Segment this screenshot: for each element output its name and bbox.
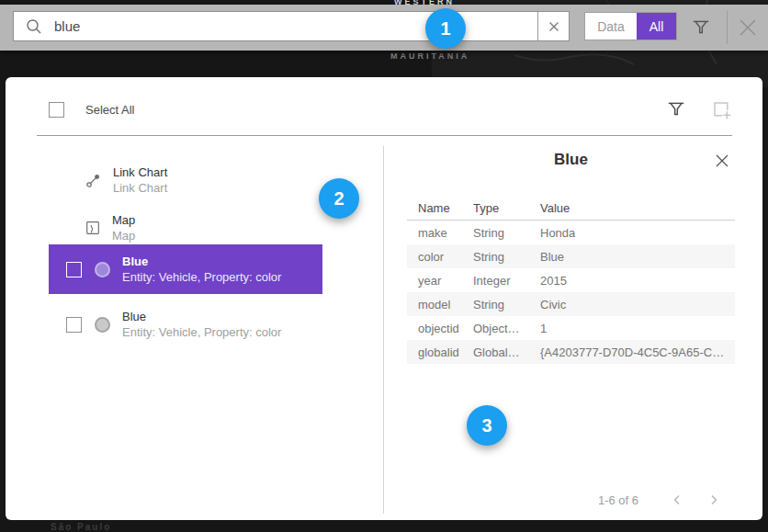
list-item-link-chart[interactable]: Link Chart Link Chart (49, 158, 322, 202)
close-icon (736, 16, 760, 40)
pagination-prev-button[interactable] (668, 491, 686, 509)
close-icon (714, 153, 730, 169)
list-item-blue[interactable]: Blue Entity: Vehicle, Property: color (49, 301, 322, 347)
cell-name: color (407, 250, 473, 264)
table-row: model String Civic (407, 292, 735, 316)
chevron-right-icon (707, 493, 720, 506)
table-row: objectid Object… 1 (407, 316, 735, 340)
add-to-selection-icon[interactable] (711, 99, 732, 120)
cell-value: {A4203777-D70D-4C5C-9A65-C… (540, 345, 735, 359)
map-label-mauritania: MAURITANIA (390, 51, 469, 61)
list-item-blue-selected[interactable]: Blue Entity: Vehicle, Property: color (49, 244, 322, 294)
attributes-table: Name Type Value make String Honda color … (407, 197, 735, 364)
cell-name: objectid (407, 322, 473, 335)
list-item-title: Map (112, 213, 135, 228)
select-all-checkbox[interactable] (49, 102, 64, 118)
results-filter-icon[interactable] (666, 99, 686, 119)
cell-type: String (473, 250, 540, 264)
search-bar: blue Data All (0, 5, 768, 51)
results-dialog: Select All Link Chart Link Chart Map (6, 77, 762, 520)
cell-name: make (407, 226, 473, 240)
list-item-title: Blue (122, 310, 281, 324)
app-screen: WESTERN MAURITANIA São Paulo blue Data A… (0, 0, 768, 532)
header-divider (37, 135, 732, 136)
cell-value: Civic (540, 298, 735, 311)
annotation-badge-2: 2 (319, 178, 359, 219)
annotation-badge-3: 3 (467, 405, 507, 446)
entity-dot-icon (95, 317, 110, 333)
cell-name: model (407, 298, 473, 311)
cell-name: year (407, 274, 473, 288)
table-header-row: Name Type Value (407, 197, 735, 221)
panel-divider (383, 146, 384, 514)
annotation-badge-1: 1 (425, 8, 466, 49)
cell-name: globalid (407, 345, 473, 359)
list-item-subtitle: Link Chart (113, 180, 167, 196)
cell-value: 1 (540, 322, 735, 335)
pagination-next-button[interactable] (705, 491, 723, 509)
list-item-subtitle: Map (112, 228, 135, 243)
clear-x-icon (548, 20, 560, 33)
map-label-bottom: São Paulo (51, 522, 111, 532)
scope-data-button[interactable]: Data (585, 13, 637, 40)
col-header-name: Name (407, 201, 473, 215)
topbar-divider (727, 11, 728, 44)
detail-close-button[interactable] (713, 152, 731, 170)
item-checkbox[interactable] (66, 317, 82, 333)
col-header-type: Type (473, 201, 540, 215)
detail-panel-title: Blue (407, 151, 735, 169)
cell-type: Object… (473, 322, 540, 335)
table-row: globalid Global… {A4203777-D70D-4C5C-9A6… (407, 340, 735, 364)
list-item-subtitle: Entity: Vehicle, Property: color (122, 324, 281, 340)
scope-toggle: Data All (584, 12, 677, 40)
scope-all-button[interactable]: All (637, 13, 676, 40)
item-checkbox[interactable] (66, 262, 82, 277)
clear-search-button[interactable] (537, 12, 569, 40)
list-item-title: Blue (122, 255, 281, 269)
table-row: make String Honda (407, 221, 735, 244)
list-item-map[interactable]: Map Map (49, 206, 322, 250)
table-row: color String Blue (407, 244, 735, 268)
col-header-value: Value (540, 201, 735, 215)
cell-type: String (473, 298, 540, 311)
entity-dot-icon (95, 262, 110, 277)
cell-value: 2015 (540, 274, 735, 288)
search-icon (25, 17, 43, 36)
cell-value: Blue (540, 250, 735, 264)
cell-type: String (473, 226, 540, 240)
select-all-label: Select All (85, 103, 134, 117)
map-icon (85, 220, 101, 236)
list-item-title: Link Chart (113, 165, 167, 180)
list-item-subtitle: Entity: Vehicle, Property: color (122, 269, 281, 285)
link-chart-icon (85, 172, 102, 189)
pagination-label: 1-6 of 6 (551, 493, 638, 507)
table-row: year Integer 2015 (407, 268, 735, 292)
close-search-button[interactable] (734, 14, 762, 41)
search-input-box[interactable]: blue (13, 11, 570, 41)
chevron-left-icon (671, 493, 683, 506)
filter-icon[interactable] (689, 16, 713, 40)
cell-value: Honda (540, 226, 735, 240)
cell-type: Global… (473, 345, 540, 359)
cell-type: Integer (473, 274, 540, 288)
